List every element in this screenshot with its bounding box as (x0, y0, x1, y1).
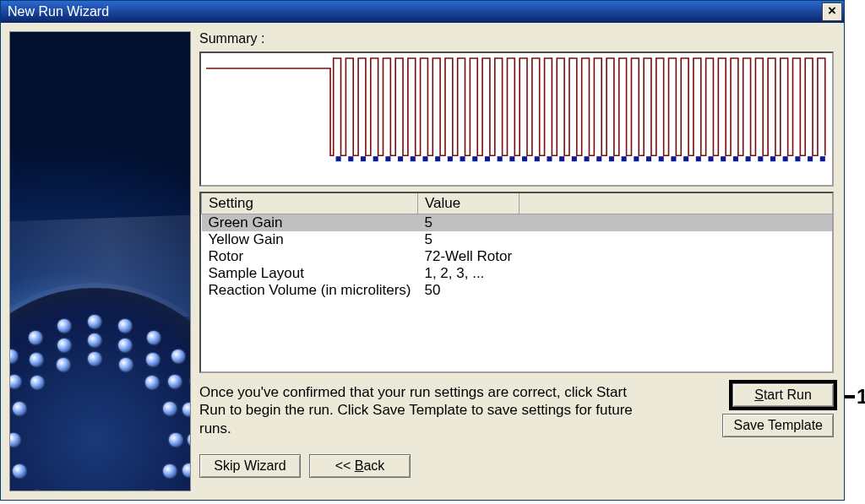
svg-rect-22 (609, 156, 614, 161)
svg-rect-10 (460, 156, 465, 161)
col-value[interactable]: Value (417, 193, 519, 214)
cell-setting: Green Gain (202, 214, 418, 232)
cell-setting: Reaction Volume (in microliters) (202, 282, 418, 299)
cell-setting: Yellow Gain (202, 231, 418, 248)
svg-rect-9 (448, 156, 453, 161)
svg-rect-26 (659, 156, 664, 161)
nav-button-row: Skip Wizard << Back (199, 454, 834, 478)
close-button[interactable]: × (822, 3, 842, 21)
callout-1: 1 (845, 385, 865, 409)
cell-value: 50 (417, 282, 519, 299)
instruction-text: Once you've confirmed that your run sett… (199, 383, 647, 437)
svg-rect-36 (783, 156, 788, 161)
wizard-window: New Run Wizard × Summary : Setting Value (0, 0, 845, 501)
start-run-button[interactable]: Start Run (732, 383, 834, 407)
svg-rect-12 (485, 156, 490, 161)
svg-rect-6 (411, 156, 416, 161)
wizard-sidebar-image (9, 31, 191, 491)
svg-rect-7 (422, 156, 427, 161)
settings-table: Setting Value Green Gain5Yellow Gain5Rot… (201, 193, 832, 299)
svg-rect-1 (348, 156, 353, 161)
svg-rect-2 (361, 156, 366, 161)
col-setting[interactable]: Setting (202, 193, 418, 214)
svg-rect-21 (596, 156, 601, 161)
save-template-button[interactable]: Save Template (722, 414, 834, 437)
svg-rect-4 (385, 156, 390, 161)
svg-rect-35 (770, 156, 775, 161)
svg-rect-25 (646, 156, 651, 161)
wizard-body: Summary : Setting Value Green Gain5Yello… (1, 23, 844, 500)
titlebar: New Run Wizard × (1, 1, 844, 23)
svg-rect-15 (522, 156, 527, 161)
callout-number: 1 (857, 385, 865, 409)
svg-rect-23 (622, 156, 627, 161)
wizard-main: Summary : Setting Value Green Gain5Yello… (199, 31, 834, 491)
window-title: New Run Wizard (8, 4, 109, 19)
svg-rect-19 (572, 156, 577, 161)
svg-rect-16 (535, 156, 540, 161)
cell-value: 72-Well Rotor (417, 248, 519, 265)
svg-rect-32 (733, 156, 738, 161)
svg-rect-11 (472, 156, 477, 161)
svg-rect-3 (373, 156, 378, 161)
svg-rect-5 (398, 156, 403, 161)
svg-rect-0 (336, 156, 341, 161)
cell-value: 5 (417, 231, 519, 248)
svg-rect-33 (746, 156, 751, 161)
settings-table-wrap: Setting Value Green Gain5Yellow Gain5Rot… (199, 192, 834, 373)
cell-setting: Rotor (202, 248, 418, 265)
cell-setting: Sample Layout (202, 265, 418, 282)
svg-rect-27 (671, 156, 676, 161)
svg-rect-30 (708, 156, 713, 161)
instruction-row: Once you've confirmed that your run sett… (199, 383, 834, 437)
col-spacer (519, 193, 832, 214)
profile-plot (199, 51, 834, 187)
svg-rect-38 (808, 156, 813, 161)
cell-value: 5 (417, 214, 519, 232)
svg-rect-28 (683, 156, 688, 161)
table-row[interactable]: Reaction Volume (in microliters)50 (202, 282, 833, 299)
svg-rect-20 (585, 156, 590, 161)
svg-rect-13 (498, 156, 503, 161)
skip-wizard-button[interactable]: Skip Wizard (199, 454, 301, 478)
svg-rect-34 (758, 156, 763, 161)
svg-rect-37 (795, 156, 800, 161)
table-row[interactable]: Yellow Gain5 (202, 231, 833, 248)
svg-rect-24 (634, 156, 639, 161)
cell-value: 1, 2, 3, ... (417, 265, 519, 282)
table-row[interactable]: Sample Layout1, 2, 3, ... (202, 265, 833, 282)
svg-rect-17 (547, 156, 552, 161)
callout-dash (845, 395, 855, 398)
svg-rect-18 (559, 156, 564, 161)
svg-rect-8 (435, 156, 440, 161)
svg-rect-14 (509, 156, 514, 161)
table-row[interactable]: Green Gain5 (202, 214, 833, 232)
svg-rect-29 (696, 156, 701, 161)
back-button[interactable]: << Back (309, 454, 411, 478)
svg-rect-31 (721, 156, 726, 161)
table-row[interactable]: Rotor72-Well Rotor (202, 248, 833, 265)
svg-rect-39 (820, 156, 825, 161)
summary-label: Summary : (199, 31, 834, 46)
